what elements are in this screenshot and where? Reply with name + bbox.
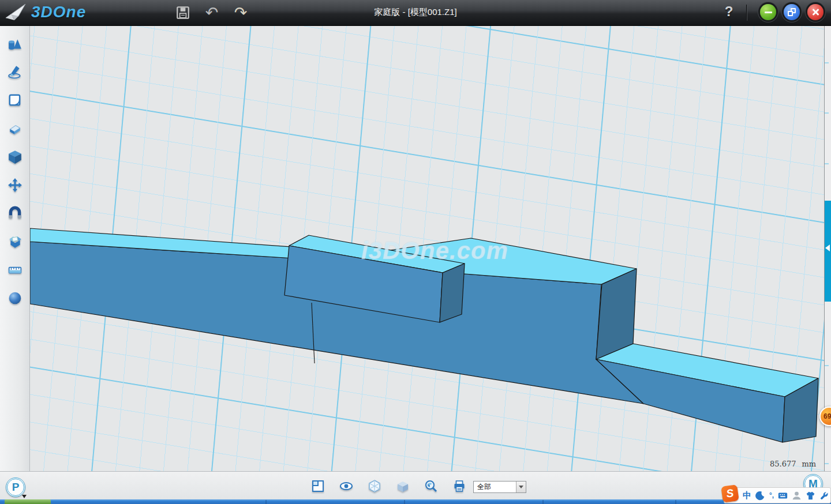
moon-icon[interactable] <box>755 491 765 501</box>
dropdown-button[interactable] <box>516 482 526 492</box>
help-button[interactable]: ? <box>720 3 738 22</box>
keyboard-icon[interactable] <box>778 491 788 501</box>
shaded-display-icon[interactable] <box>396 479 410 493</box>
part-navigator-button[interactable]: P <box>6 477 25 497</box>
ruler-unit: mm <box>802 460 817 468</box>
sidebar-item-deform[interactable] <box>8 121 23 136</box>
user-icon[interactable] <box>792 491 802 501</box>
sidebar-item-sketch[interactable] <box>8 65 23 80</box>
open-box-icon <box>8 234 23 249</box>
sidebar-item-measure[interactable] <box>8 262 23 277</box>
watermark: i3DOne.com <box>361 237 534 265</box>
scale-ruler-label: 85.677mm <box>770 460 816 468</box>
ime-toolbar: S 中 °, <box>724 487 831 503</box>
close-icon <box>811 8 819 16</box>
sidebar-item-primitives[interactable] <box>8 37 23 52</box>
sidebar-item-combine[interactable] <box>8 234 23 249</box>
chevron-left-icon <box>825 245 830 251</box>
ime-logo[interactable]: S <box>721 484 739 503</box>
ime-language-mode[interactable]: 中 <box>743 488 751 503</box>
sidebar-item-snap-magnet[interactable] <box>8 206 23 221</box>
sidebar-item-material-render[interactable] <box>8 291 23 306</box>
ruler-icon <box>8 262 23 277</box>
wireframe-display-icon[interactable] <box>368 479 381 493</box>
zoom-magnifier-icon[interactable] <box>424 479 438 493</box>
sketch-pencil-icon <box>8 65 23 80</box>
wrench-icon[interactable] <box>819 491 829 501</box>
ruler-value: 85.677 <box>770 460 796 468</box>
sidebar-item-sketch-plane[interactable] <box>8 93 23 108</box>
bottom-toolbar: P <box>0 471 831 504</box>
plan-view-icon[interactable] <box>311 479 325 493</box>
part-navigator-dropdown-arrow[interactable] <box>22 495 27 498</box>
sidebar-item-move[interactable] <box>8 178 23 193</box>
eraser-icon <box>8 121 23 136</box>
minimize-icon <box>765 12 772 13</box>
right-panel-strip <box>824 26 831 471</box>
restore-button[interactable] <box>784 4 800 20</box>
skin-shirt-icon[interactable] <box>806 491 815 501</box>
sidebar-item-feature-modeling[interactable] <box>8 149 23 164</box>
expand-panel-tab[interactable] <box>825 201 831 302</box>
window-title: 家庭版 - [模型001.Z1] <box>0 7 831 18</box>
print-icon[interactable] <box>452 479 466 493</box>
move-arrows-icon <box>8 178 23 193</box>
close-button[interactable] <box>807 4 823 20</box>
ime-punctuation[interactable]: °, <box>769 488 774 503</box>
sphere-icon <box>8 291 23 306</box>
taskbar-start-segment[interactable] <box>5 499 51 504</box>
model-face-front-box-right[interactable] <box>440 264 465 322</box>
minimize-button[interactable] <box>760 4 776 20</box>
display-filter-dropdown[interactable]: 全部 <box>473 481 526 493</box>
title-bar: 3DOne ↶ ↷ 家庭版 - [模型001.Z1] ? <box>0 0 831 26</box>
visibility-eye-icon[interactable] <box>339 479 353 493</box>
surface-icon <box>8 93 23 108</box>
chevron-down-icon <box>519 486 523 488</box>
viewport-canvas[interactable]: i3DOne.com 85.677mm <box>30 26 824 471</box>
magnet-icon <box>8 206 23 221</box>
titlebar-separator <box>746 5 747 21</box>
primitives-icon <box>8 37 23 52</box>
restore-icon <box>788 8 796 16</box>
cube-icon <box>8 149 23 164</box>
left-toolbar <box>0 26 30 471</box>
filter-selected-value: 全部 <box>474 482 516 492</box>
taskbar-strip <box>0 499 831 504</box>
